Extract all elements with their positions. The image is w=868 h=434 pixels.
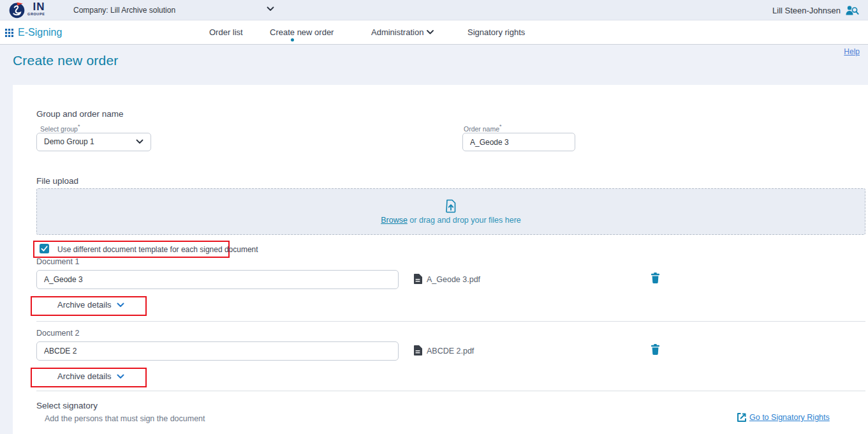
logo-sub: GROUPE xyxy=(27,12,45,16)
nav-item-signatory-rights[interactable]: Signatory rights xyxy=(467,20,525,44)
browse-link[interactable]: Browse xyxy=(381,216,408,225)
order-name-input[interactable] xyxy=(462,133,575,151)
app-grid-icon[interactable] xyxy=(5,29,13,37)
checkmark-icon xyxy=(41,246,48,251)
logo-brand: IN xyxy=(33,1,45,13)
nav-item-administration[interactable]: Administration xyxy=(371,20,434,44)
select-group-label: Select group* xyxy=(40,123,80,133)
document-2-file-name: ABCDE 2.pdf xyxy=(427,347,474,355)
chevron-down-icon xyxy=(117,374,124,379)
file-dropzone[interactable]: Browse or drag and drop your files here xyxy=(36,188,865,235)
drop-hint-text: or drag and drop your files here xyxy=(408,216,521,225)
user-menu[interactable]: Lill Steen-Johnsen xyxy=(772,0,859,20)
document-1-label: Document 1 xyxy=(36,257,79,266)
delete-document-2-button[interactable] xyxy=(651,344,660,355)
nav-item-order-list[interactable]: Order list xyxy=(209,20,243,44)
different-template-checkbox[interactable] xyxy=(40,244,49,253)
user-search-icon xyxy=(845,5,859,16)
main-nav: E-Signing Order list Create new order Ad… xyxy=(0,20,868,45)
divider xyxy=(36,321,865,322)
create-order-form: Group and order name Select group* Demo … xyxy=(13,85,868,434)
document-1-file: A_Geode 3.pdf xyxy=(413,274,480,285)
go-to-signatory-rights-link[interactable]: Go to Signatory Rights xyxy=(737,412,830,423)
archive-details-toggle-1[interactable]: Archive details xyxy=(57,300,124,310)
esigning-app: IN GROUPE Company: Lill Archive solution… xyxy=(0,0,868,434)
document-1-name-input[interactable] xyxy=(36,270,399,289)
file-icon xyxy=(413,274,422,285)
in-groupe-swan-icon xyxy=(8,1,26,19)
external-link-icon xyxy=(737,412,747,423)
top-bar: IN GROUPE Company: Lill Archive solution… xyxy=(0,0,868,20)
page-header: Create new order Help xyxy=(0,45,868,85)
active-tab-indicator xyxy=(291,38,294,41)
file-upload-heading: File upload xyxy=(36,176,78,186)
document-1-file-name: A_Geode 3.pdf xyxy=(427,275,480,284)
select-group-dropdown[interactable]: Demo Group 1 xyxy=(36,133,151,151)
nav-item-create-new-order[interactable]: Create new order xyxy=(270,20,334,44)
select-signatory-heading: Select signatory xyxy=(36,401,98,410)
page-title: Create new order xyxy=(13,53,118,68)
document-2-name-input[interactable] xyxy=(36,341,399,361)
select-signatory-subtext: Add the persons that must sign the docum… xyxy=(45,414,205,423)
archive-details-toggle-2[interactable]: Archive details xyxy=(57,371,124,381)
different-template-label: Use different document template for each… xyxy=(57,245,258,254)
company-logo[interactable]: IN GROUPE xyxy=(8,1,45,19)
divider xyxy=(36,391,865,391)
upload-file-icon xyxy=(445,199,457,213)
chevron-down-icon[interactable] xyxy=(267,6,274,11)
chevron-down-icon xyxy=(117,303,124,308)
user-name: Lill Steen-Johnsen xyxy=(772,6,841,15)
file-icon xyxy=(413,345,422,356)
app-name[interactable]: E-Signing xyxy=(18,20,62,44)
order-name-label: Order name* xyxy=(464,123,502,133)
company-selector-label[interactable]: Company: Lill Archive solution xyxy=(73,0,175,20)
chevron-down-icon xyxy=(427,30,434,34)
group-order-heading: Group and order name xyxy=(36,109,124,119)
delete-document-1-button[interactable] xyxy=(651,273,660,283)
document-2-label: Document 2 xyxy=(36,329,79,338)
help-link[interactable]: Help xyxy=(844,47,860,56)
document-2-file: ABCDE 2.pdf xyxy=(413,345,474,356)
select-group-value: Demo Group 1 xyxy=(44,133,94,151)
chevron-down-icon xyxy=(136,139,143,144)
